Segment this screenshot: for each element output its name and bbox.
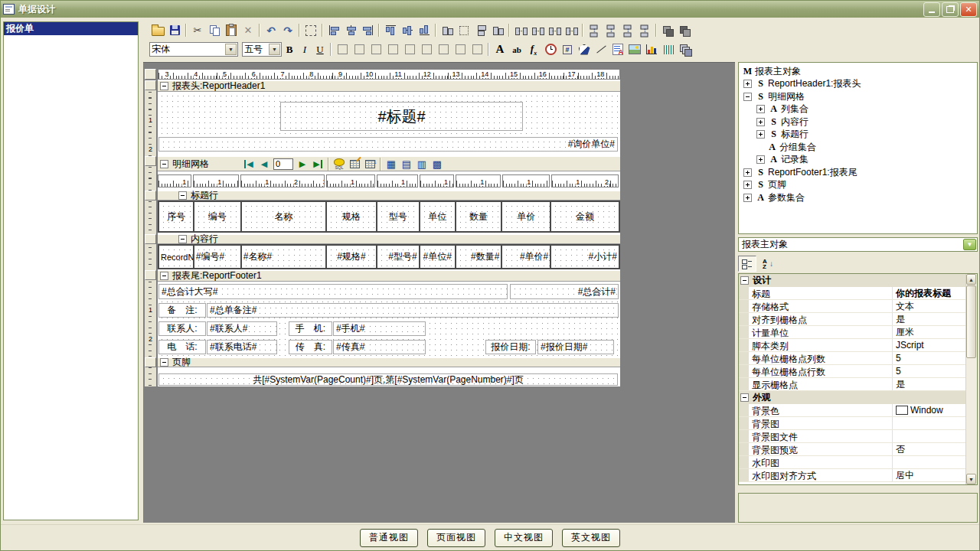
content-cell[interactable]: #型号# (377, 246, 420, 268)
property-row[interactable]: 背景图 (739, 417, 966, 430)
view-button[interactable]: 普通视图 (360, 529, 418, 547)
collapse-icon[interactable] (743, 93, 752, 101)
chevron-down-icon[interactable]: ▼ (269, 44, 280, 55)
band-detail-grid[interactable]: 明细网格 ◀◀▶▶SQL▦▤▥▩ (158, 156, 620, 171)
property-row[interactable]: 背景图预览否 (739, 443, 966, 456)
expand-icon[interactable] (743, 168, 752, 177)
font-family-combo[interactable]: 宋体 ▼ (149, 42, 238, 57)
record-nav-input[interactable] (273, 158, 293, 170)
property-category[interactable]: 设计 (739, 274, 966, 287)
tree-item[interactable]: S页脚 (740, 179, 975, 192)
property-row[interactable]: 显示栅格点是 (739, 378, 966, 391)
title-cell[interactable]: 单位 (420, 202, 456, 231)
title-cell[interactable]: 序号 (159, 202, 194, 231)
property-row[interactable]: 背景色Window (739, 404, 966, 417)
shape-icon[interactable] (576, 41, 593, 57)
remark-field[interactable]: #总单备注# (207, 303, 619, 318)
italic-button[interactable]: I (297, 42, 312, 57)
bold-button[interactable]: B (282, 42, 297, 57)
property-value[interactable]: Window (893, 404, 966, 416)
expression-icon[interactable]: fx (525, 41, 542, 57)
textalign-bc-icon[interactable] (452, 41, 469, 57)
barcode-icon[interactable] (660, 41, 677, 57)
grid-all-icon[interactable]: ▦ (384, 156, 399, 172)
border-frame-icon[interactable] (302, 22, 319, 38)
tree-item[interactable]: S内容行 (740, 116, 975, 129)
label-icon[interactable]: A (492, 41, 508, 57)
restore-button[interactable] (942, 2, 959, 17)
property-value[interactable]: 否 (893, 443, 966, 455)
content-cell[interactable]: #单位# (420, 246, 456, 268)
grand-total-caps-field[interactable]: #总合计大写# (158, 284, 508, 299)
underline-button[interactable]: U (312, 42, 328, 57)
mobile-label[interactable]: 手 机: (289, 321, 332, 336)
band-selector[interactable] (145, 234, 156, 244)
hspacing-remove-icon[interactable]: ↔ (563, 22, 580, 38)
alphabetical-icon[interactable]: AZ↓ (759, 256, 777, 272)
quote-date-field[interactable]: #报价日期# (537, 340, 614, 354)
title-cell[interactable]: 名称 (242, 202, 327, 231)
expand-icon[interactable] (756, 130, 765, 139)
title-cell[interactable]: 型号 (377, 202, 420, 231)
property-value[interactable]: JScript (893, 339, 966, 351)
object-selector-combo[interactable]: 报表主对象 ▼ (738, 237, 978, 252)
nav-last-icon[interactable]: ▶ (310, 156, 325, 172)
size-to-grid-icon[interactable] (456, 22, 472, 38)
fax-field[interactable]: #传真# (333, 340, 426, 354)
pagenumber-icon[interactable]: # (559, 41, 576, 57)
collapse-icon[interactable] (160, 160, 168, 168)
richtext-icon[interactable] (609, 41, 626, 57)
cut-icon[interactable]: ✂ (189, 22, 206, 38)
columns-icon[interactable] (362, 156, 377, 172)
tree-item[interactable]: A分组集合 (740, 141, 975, 154)
textalign-tr-icon[interactable] (368, 41, 384, 57)
textalign-tc-icon[interactable] (351, 41, 368, 57)
content-cell[interactable]: #数量# (456, 246, 503, 268)
page-number-field[interactable]: 共[#SystemVar(PageCount)#]页,第[#SystemVar(… (158, 373, 618, 386)
bring-to-front-icon[interactable] (659, 22, 676, 38)
tree-item[interactable]: A记录集 (740, 154, 975, 167)
scrollbar-thumb[interactable] (966, 285, 976, 358)
fields-icon[interactable] (347, 156, 362, 172)
contact-label[interactable]: 联系人: (158, 321, 206, 336)
tree-item[interactable]: A列集合 (740, 103, 975, 116)
property-row[interactable]: 标题你的报表标题 (739, 287, 966, 300)
property-value[interactable] (893, 417, 966, 429)
textalign-tl-icon[interactable] (334, 41, 351, 57)
property-row[interactable]: 每单位栅格点行数5 (739, 365, 966, 378)
content-cell[interactable]: #名称# (242, 246, 327, 268)
inquiry-unit-field[interactable]: #询价单位# (158, 137, 618, 152)
align-top-icon[interactable] (382, 22, 399, 38)
align-right-icon[interactable] (359, 22, 376, 38)
align-vcenter-icon[interactable] (342, 22, 359, 38)
chart-icon[interactable] (643, 41, 660, 57)
grid-none-icon[interactable]: ▩ (430, 156, 445, 172)
property-value[interactable]: 居中 (893, 469, 966, 481)
collapse-icon[interactable] (740, 276, 749, 285)
minimize-button[interactable] (923, 2, 940, 17)
collapse-icon[interactable] (178, 191, 187, 200)
send-to-back-icon[interactable] (676, 22, 693, 38)
band-selector[interactable] (145, 80, 156, 90)
property-grid-scrollbar[interactable]: ▲ ▼ (965, 274, 977, 484)
band-report-footer[interactable]: 报表尾:ReportFooter1 (158, 270, 620, 282)
collapse-icon[interactable] (160, 272, 168, 280)
tree-item[interactable]: S标题行 (740, 129, 975, 142)
content-cell[interactable]: #小计# (551, 246, 620, 268)
textalign-mr-icon[interactable] (418, 41, 435, 57)
band-selector[interactable] (145, 191, 156, 201)
expand-icon[interactable] (743, 80, 752, 88)
open-folder-icon[interactable] (149, 22, 166, 38)
same-size-icon[interactable] (489, 22, 506, 38)
tree-item[interactable]: A参数集合 (740, 191, 975, 204)
property-row[interactable]: 计量单位厘米 (739, 326, 966, 339)
property-value[interactable]: 文本 (893, 300, 966, 312)
title-cell[interactable]: 编号 (194, 202, 242, 231)
title-cell[interactable]: 金额 (551, 202, 620, 231)
datetime-icon[interactable] (542, 41, 559, 57)
content-cell[interactable]: RecordNo (159, 246, 194, 268)
property-row[interactable]: 背景图文件 (739, 430, 966, 443)
collapse-icon[interactable] (740, 393, 749, 402)
remark-label[interactable]: 备 注: (158, 303, 206, 318)
delete-icon[interactable]: ✕ (240, 22, 256, 38)
